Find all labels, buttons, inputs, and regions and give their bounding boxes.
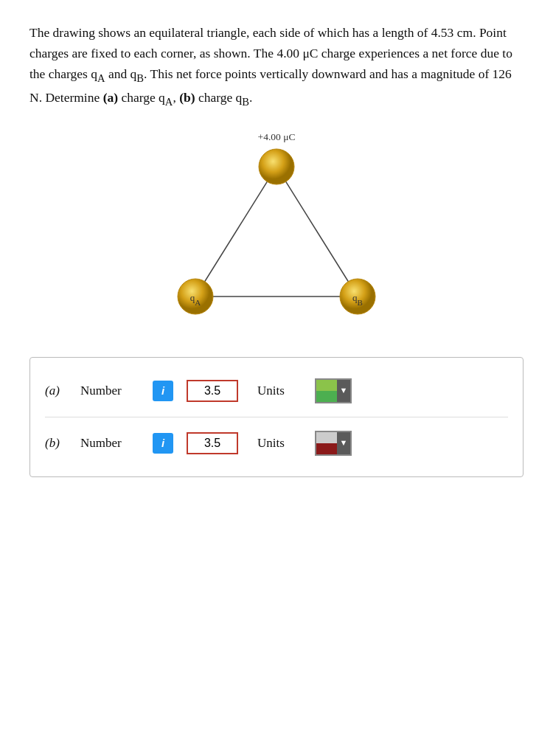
number-input-b[interactable] [187, 432, 238, 454]
units-color-swatch-a [316, 378, 337, 403]
units-label-b: Units [257, 434, 302, 453]
svg-point-3 [259, 149, 294, 184]
answer-row-a: (a) Number i Units ▼ [45, 365, 508, 417]
svg-line-0 [195, 167, 276, 296]
units-label-a: Units [257, 381, 302, 400]
svg-point-7 [340, 279, 375, 314]
svg-point-5 [178, 279, 213, 314]
diagram-container: +4.00 μC qA qB +4.00 μC [29, 128, 524, 335]
info-button-b[interactable]: i [153, 433, 173, 454]
page: The drawing shows an equilateral triangl… [0, 0, 553, 499]
svg-text:+4.00 μC: +4.00 μC [258, 131, 296, 142]
units-dropdown-arrow-a[interactable]: ▼ [337, 378, 350, 403]
info-button-a[interactable]: i [153, 381, 173, 401]
number-label-a: Number [80, 381, 139, 400]
problem-paragraph: The drawing shows an equilateral triangl… [29, 22, 524, 111]
units-dropdown-a[interactable]: ▼ [315, 378, 352, 403]
number-input-a[interactable] [187, 380, 238, 402]
problem-text: The drawing shows an equilateral triangl… [29, 22, 524, 111]
units-dropdown-arrow-b[interactable]: ▼ [337, 431, 350, 456]
units-color-swatch-b [316, 431, 337, 456]
svg-line-1 [276, 167, 358, 296]
part-label-a: (a) [45, 381, 67, 400]
part-label-b: (b) [45, 434, 67, 453]
answer-section: (a) Number i Units ▼ (b) Number i Units … [29, 357, 524, 477]
triangle-diagram: +4.00 μC qA qB +4.00 μC [136, 128, 417, 335]
units-dropdown-b[interactable]: ▼ [315, 431, 352, 456]
answer-row-b: (b) Number i Units ▼ [45, 417, 508, 469]
number-label-b: Number [80, 434, 139, 453]
